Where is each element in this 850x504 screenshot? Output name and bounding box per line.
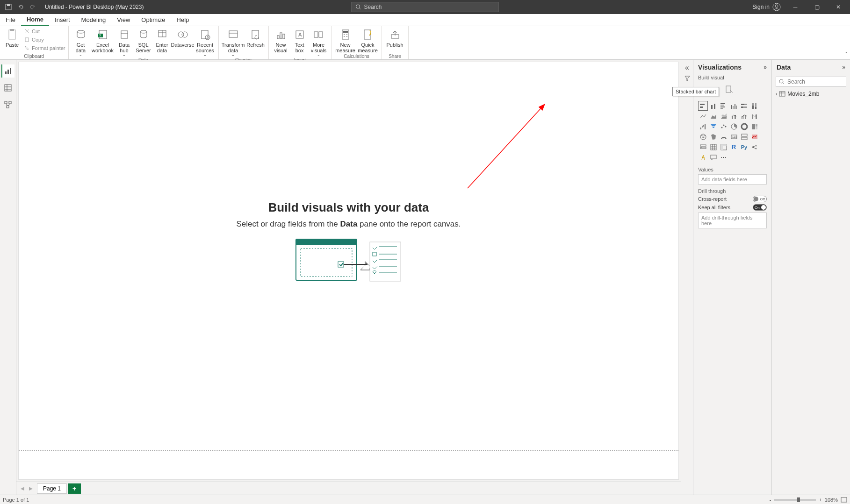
get-data-button[interactable]: Get data⌄ [72,27,90,57]
tab-view[interactable]: View [111,14,136,26]
tab-modeling[interactable]: Modeling [76,14,112,26]
fit-to-page-button[interactable] [841,497,847,503]
dataverse-icon [176,28,189,41]
svg-point-39 [344,36,345,37]
enter-data-button[interactable]: Enter data [154,27,171,57]
svg-rect-98 [700,128,701,129]
svg-rect-74 [714,104,715,109]
hundred-stacked-bar-icon[interactable] [739,101,749,111]
report-canvas[interactable]: Build visuals with your data Select or d… [18,62,679,480]
funnel-chart-icon[interactable] [708,121,718,131]
slicer-icon[interactable] [698,142,708,152]
close-button[interactable]: ✕ [831,0,845,14]
line-clustered-column-icon[interactable] [739,111,749,121]
more-visuals-icon[interactable]: ⋯ [719,152,728,162]
page-next-button[interactable]: ▶ [27,483,35,494]
area-chart-icon[interactable] [708,111,718,121]
gauge-icon[interactable] [719,132,728,142]
decomposition-tree-icon[interactable] [698,152,708,162]
waterfall-chart-icon[interactable] [698,121,708,131]
zoom-out-button[interactable]: - [770,497,771,503]
tab-insert[interactable]: Insert [49,14,76,26]
expand-filters-button[interactable]: « [685,64,689,72]
map-icon[interactable] [698,132,708,142]
tab-file[interactable]: File [0,14,21,26]
card-icon[interactable]: 123 [729,132,739,142]
collapse-ribbon-button[interactable]: ˆ [845,52,847,58]
cross-report-toggle[interactable]: Off [753,196,767,202]
table-node-movies[interactable]: › Movies_2mb [776,91,846,97]
table-visual-icon[interactable] [708,142,718,152]
stacked-bar-chart-icon[interactable] [698,101,708,111]
line-chart-icon[interactable] [698,111,708,121]
tab-home[interactable]: Home [21,14,49,26]
minimize-button[interactable]: ─ [788,0,802,14]
transform-data-button[interactable]: Transform data⌄ [222,27,245,57]
zoom-level-label: 108% [825,497,838,503]
redo-icon[interactable] [29,3,36,11]
refresh-button[interactable]: Refresh [246,27,266,57]
sql-server-button[interactable]: SQL Server [134,27,153,57]
r-visual-icon[interactable]: R [729,142,739,152]
matrix-icon[interactable] [719,142,728,152]
treemap-icon[interactable] [749,121,759,131]
clustered-column-chart-icon[interactable] [729,101,739,111]
svg-text:X: X [99,34,101,37]
pie-chart-icon[interactable] [729,121,739,131]
drill-through-field-well[interactable]: Add drill-through fields here [698,213,767,228]
data-pane: Data » Search › Movies_2mb [771,60,850,495]
key-influencers-icon[interactable] [749,142,759,152]
values-field-well[interactable]: Add data fields here [698,174,767,185]
format-visual-tab[interactable] [720,83,738,96]
keep-filters-toggle[interactable]: On [753,204,767,211]
report-view-button[interactable] [1,64,14,78]
zoom-in-button[interactable]: + [819,497,821,503]
maximize-button[interactable]: ▢ [810,0,824,14]
collapse-viz-pane-button[interactable]: » [764,64,767,71]
python-visual-icon[interactable]: Py [739,142,749,152]
data-hub-button[interactable]: Data hub⌄ [115,27,133,57]
scatter-chart-icon[interactable] [719,121,728,131]
publish-button[interactable]: Publish [385,27,405,48]
ribbon-chart-icon[interactable] [749,111,759,121]
filter-icon[interactable] [684,75,691,81]
multi-row-card-icon[interactable] [739,132,749,142]
recent-sources-button[interactable]: Recent sources⌄ [195,27,216,57]
paste-button[interactable]: Paste [3,27,22,52]
tab-optimize[interactable]: Optimize [136,14,171,26]
more-visuals-button[interactable]: More visuals⌄ [309,27,329,57]
quick-measure-button[interactable]: Quick measure [357,27,379,53]
cut-button[interactable]: Cut [24,27,65,35]
format-painter-button[interactable]: Format painter [24,44,65,52]
new-visual-button[interactable]: New visual [272,27,290,57]
signin-button[interactable]: Sign in [752,3,781,11]
clustered-bar-chart-icon[interactable] [719,101,728,111]
model-view-button[interactable] [1,98,14,111]
excel-workbook-button[interactable]: X Excel workbook [91,27,115,57]
title-bar: Untitled - Power BI Desktop (May 2023) S… [0,0,850,14]
text-box-button[interactable]: A Text box [291,27,308,57]
data-search-input[interactable]: Search [776,77,846,87]
kpi-icon[interactable] [749,132,759,142]
line-stacked-column-icon[interactable] [729,111,739,121]
filled-map-icon[interactable] [708,132,718,142]
collapse-data-pane-button[interactable]: » [842,64,845,71]
page-prev-button[interactable]: ◀ [18,483,27,494]
donut-chart-icon[interactable] [739,121,749,131]
save-icon[interactable] [5,3,12,11]
qna-visual-icon[interactable] [708,152,718,162]
page-tab-1[interactable]: Page 1 [37,483,67,494]
hundred-stacked-column-icon[interactable] [749,101,759,111]
svg-line-53 [6,104,7,106]
dataverse-button[interactable]: Dataverse [172,27,194,57]
zoom-slider[interactable] [774,499,816,501]
stacked-area-chart-icon[interactable] [719,111,728,121]
stacked-column-chart-icon[interactable] [708,101,718,111]
new-measure-button[interactable]: New measure [335,27,356,53]
copy-button[interactable]: Copy [24,35,65,44]
tab-help[interactable]: Help [171,14,195,26]
add-page-button[interactable]: + [68,483,81,494]
global-search[interactable]: Search [352,2,499,12]
undo-icon[interactable] [17,3,24,11]
table-view-button[interactable] [1,81,14,94]
